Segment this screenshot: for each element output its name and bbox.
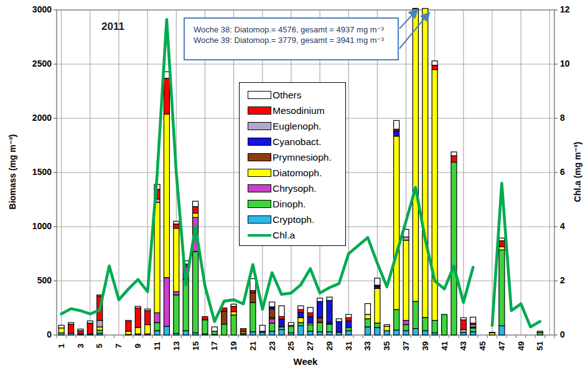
bar-week-12 [164, 72, 169, 335]
x-label-week-3: 3 [71, 339, 90, 357]
x-label-week-19: 19 [225, 339, 243, 357]
bar-segment-others [317, 298, 323, 301]
bar-segment-prymnesioph [317, 318, 323, 323]
bar-segment-others [499, 238, 505, 240]
bar-segment-dinoph [317, 323, 323, 332]
y-left-label-3000: 3000 [21, 4, 52, 14]
y-axis-title-biomass: Biomass (mg m⁻³) [7, 122, 17, 222]
annotation-line-2: Woche 39: Diatomop.= 3779, gesamt = 3941… [194, 35, 398, 45]
legend-color-swatch [248, 122, 271, 130]
x-label-text: 33 [363, 341, 373, 351]
bar-segment-mesodinium [499, 241, 505, 247]
legend-item-others: Others [248, 87, 345, 103]
bar-segment-mesodinium [202, 316, 208, 319]
bar-segment-diatomoph [422, 9, 428, 318]
bar-segment-euglenoph [97, 321, 103, 327]
legend: OthersMesodiniumEuglenoph.Cyanobact.Prym… [239, 82, 346, 246]
bar-segment-diatomoph [394, 136, 399, 309]
bar-segment-others [78, 329, 83, 331]
bar-segment-chrysoph [269, 319, 275, 323]
x-label-text: 29 [325, 341, 334, 351]
bar-week-18 [222, 308, 227, 336]
bar-week-47 [499, 238, 505, 335]
bar-segment-dinoph [403, 324, 409, 331]
x-label-week-45: 45 [474, 339, 492, 357]
x-label-week-13: 13 [167, 339, 185, 357]
x-label-text: 13 [172, 341, 181, 351]
legend-label: Prymnesioph. [273, 152, 332, 163]
bar-week-35 [384, 324, 390, 335]
bar-segment-others [298, 306, 304, 309]
legend-color-swatch [248, 153, 271, 161]
x-label-text: 17 [210, 341, 219, 351]
bar-segment-dinoph [212, 331, 217, 334]
bar-segment-others [413, 9, 418, 9]
x-label-text: 51 [535, 341, 544, 351]
y-left-label-1000: 1000 [21, 221, 52, 231]
bar-segment-cryptoph [394, 330, 399, 335]
bar-segment-diatomoph [154, 202, 160, 313]
bar-segment-others [432, 61, 437, 65]
bar-segment-dinoph [250, 303, 256, 332]
x-axis-title: Week [57, 356, 554, 367]
legend-item-chrysoph: Chrysoph. [248, 181, 345, 196]
bar-segment-others [451, 152, 457, 156]
bar-segment-dinoph [499, 250, 505, 326]
legend-line-swatch [248, 234, 271, 237]
bar-segment-diatomoph [403, 240, 409, 321]
x-label-week-15: 15 [186, 339, 205, 357]
legend-item-dinoph: Dinoph. [248, 196, 345, 212]
bar-week-29 [327, 297, 332, 335]
x-label-week-7: 7 [110, 339, 128, 357]
bar-segment-mesodinium [460, 320, 466, 330]
bar-week-33 [365, 304, 371, 335]
y-right-label-12: 12 [560, 4, 585, 14]
bar-segment-cryptoph [269, 331, 275, 335]
bar-segment-others [145, 309, 151, 311]
chart-window: 2011 Biomass (mg m⁻³) Chl.a (mg m⁻³) Wee… [0, 0, 588, 373]
bar-segment-others [288, 323, 294, 325]
legend-color-swatch [248, 200, 271, 208]
bar-segment-chrysoph [154, 313, 160, 323]
legend-label: Chrysoph. [273, 183, 317, 194]
bar-segment-prymnesioph [269, 309, 275, 318]
bar-segment-diatomoph [145, 324, 151, 334]
bar-segment-cryptoph [259, 333, 265, 335]
x-label-week-31: 31 [339, 339, 358, 357]
bar-segment-mesodinium [432, 65, 437, 70]
bar-segment-others [470, 317, 476, 323]
bar-week-24 [279, 306, 284, 335]
x-label-week-25: 25 [282, 339, 301, 357]
x-label-week-33: 33 [358, 339, 377, 357]
y-left-label-2500: 2500 [21, 59, 52, 68]
bar-week-16 [202, 316, 208, 335]
bar-segment-cryptoph [336, 333, 342, 335]
legend-label: Chl.a [273, 230, 295, 241]
bar-week-26 [298, 306, 304, 335]
bar-segment-cryptoph [317, 332, 323, 335]
bar-week-10 [145, 309, 151, 335]
bar-segment-prymnesioph [222, 311, 227, 324]
bar-segment-cryptoph [346, 331, 352, 335]
x-label-week-37: 37 [397, 339, 416, 357]
bar-segment-others [460, 318, 466, 319]
bar-segment-mesodinium [126, 321, 131, 331]
x-label-text: 19 [229, 341, 238, 351]
bar-segment-cyanobact [307, 316, 313, 323]
bar-segment-cyanobact [336, 321, 342, 332]
bar-week-19 [231, 304, 236, 335]
bar-segment-cryptoph [499, 326, 505, 335]
bar-segment-chrysoph [174, 291, 179, 295]
y-left-label-0: 0 [21, 329, 52, 339]
legend-item-cryptoph: Cryptoph. [248, 212, 345, 227]
bar-week-15 [193, 201, 198, 335]
y-right-label-2: 2 [560, 275, 585, 285]
bar-segment-dinoph [231, 315, 236, 335]
bar-segment-diatomoph [164, 114, 169, 278]
bar-segment-dinoph [451, 162, 457, 335]
legend-label: Mesodinium [273, 105, 325, 116]
bar-week-43 [460, 318, 466, 335]
bar-segment-dinoph [413, 301, 418, 329]
bar-week-20 [241, 329, 246, 335]
bar-segment-mesodinium [78, 331, 83, 334]
